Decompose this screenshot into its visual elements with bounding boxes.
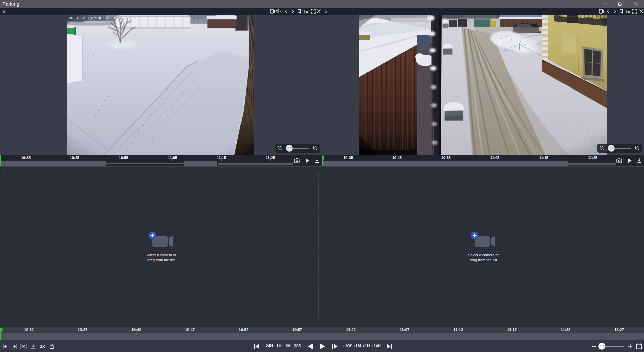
svg-text:2023-12-13 Wed 10:29:19: 2023-12-13 Wed 10:29:19 [69, 16, 122, 20]
